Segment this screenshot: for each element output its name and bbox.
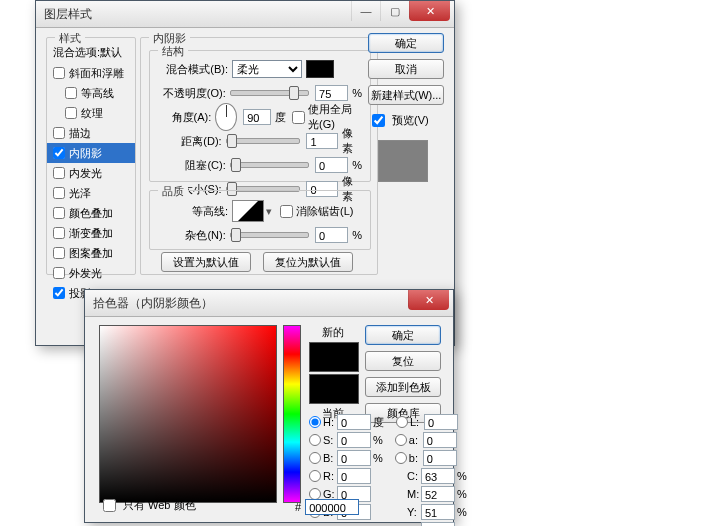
preview-checkbox[interactable] — [372, 114, 385, 127]
y-input[interactable]: 51 — [421, 504, 455, 520]
inner-shadow-group: 内阴影 结构 混合模式(B): 柔光 不透明度(O): 75 % — [140, 37, 378, 275]
style-checkbox[interactable] — [53, 167, 65, 179]
global-light-checkbox[interactable] — [292, 111, 305, 124]
antialias-checkbox[interactable] — [280, 205, 293, 218]
a-input[interactable]: 0 — [423, 432, 457, 448]
distance-value[interactable]: 1 — [306, 133, 338, 149]
style-checkbox[interactable] — [53, 147, 65, 159]
distance-label: 距离(D): — [158, 134, 226, 149]
shadow-color-swatch[interactable] — [306, 60, 334, 78]
distance-slider[interactable] — [226, 138, 301, 144]
quality-label: 品质 — [158, 184, 188, 199]
quality-group: 品质 等高线: ▾ 消除锯齿(L) 杂色(N): 0 % — [149, 190, 371, 250]
web-only-label: 只有 Web 颜色 — [123, 498, 196, 513]
new-color-swatch — [309, 342, 359, 372]
style-item-10[interactable]: 外发光 — [47, 263, 135, 283]
hue-input[interactable]: 0 — [337, 414, 371, 430]
style-checkbox[interactable] — [53, 187, 65, 199]
ok-button[interactable]: 确定 — [368, 33, 444, 53]
close-button[interactable]: ✕ — [408, 290, 449, 310]
style-item-9[interactable]: 图案叠加 — [47, 243, 135, 263]
style-label: 图案叠加 — [69, 246, 113, 261]
ok-button[interactable]: 确定 — [365, 325, 441, 345]
close-button[interactable]: ✕ — [409, 1, 450, 21]
b2-radio[interactable] — [395, 452, 407, 464]
r-radio[interactable] — [309, 470, 321, 482]
style-label: 纹理 — [81, 106, 103, 121]
window-title: 拾色器（内阴影颜色） — [93, 295, 213, 312]
style-item-6[interactable]: 光泽 — [47, 183, 135, 203]
minimize-button[interactable]: — — [351, 1, 380, 21]
style-item-1[interactable]: 等高线 — [47, 83, 135, 103]
reset-button[interactable]: 复位 — [365, 351, 441, 371]
new-style-button[interactable]: 新建样式(W)... — [368, 85, 444, 105]
style-checkbox[interactable] — [65, 107, 77, 119]
c-input[interactable]: 63 — [421, 468, 455, 484]
style-item-0[interactable]: 斜面和浮雕 — [47, 63, 135, 83]
hue-radio[interactable] — [309, 416, 321, 428]
angle-label: 角度(A): — [158, 110, 215, 125]
noise-slider[interactable] — [230, 232, 309, 238]
contour-swatch[interactable] — [232, 200, 264, 222]
cancel-button[interactable]: 取消 — [368, 59, 444, 79]
b2-input[interactable]: 0 — [423, 450, 457, 466]
structure-group: 结构 混合模式(B): 柔光 不透明度(O): 75 % 角度(A): — [149, 50, 371, 182]
web-only-checkbox[interactable] — [103, 499, 116, 512]
a-radio[interactable] — [395, 434, 407, 446]
angle-dial[interactable] — [215, 103, 237, 131]
choke-value[interactable]: 0 — [315, 157, 348, 173]
titlebar[interactable]: 拾色器（内阴影颜色） ✕ — [85, 290, 453, 317]
style-item-3[interactable]: 描边 — [47, 123, 135, 143]
noise-value[interactable]: 0 — [315, 227, 348, 243]
m-input[interactable]: 52 — [421, 486, 455, 502]
opacity-value[interactable]: 75 — [315, 85, 348, 101]
styles-header: 样式 — [55, 31, 85, 46]
window-title: 图层样式 — [44, 6, 92, 23]
style-label: 斜面和浮雕 — [69, 66, 124, 81]
style-item-2[interactable]: 纹理 — [47, 103, 135, 123]
blend-mode-select[interactable]: 柔光 — [232, 60, 302, 78]
l-input[interactable]: 0 — [424, 414, 458, 430]
bri-input[interactable]: 0 — [337, 450, 371, 466]
color-field[interactable] — [99, 325, 277, 503]
chevron-down-icon[interactable]: ▾ — [266, 205, 272, 218]
style-item-5[interactable]: 内发光 — [47, 163, 135, 183]
style-checkbox[interactable] — [53, 207, 65, 219]
effect-preview — [378, 140, 428, 182]
style-checkbox[interactable] — [53, 67, 65, 79]
sat-radio[interactable] — [309, 434, 321, 446]
titlebar[interactable]: 图层样式 — ▢ ✕ — [36, 1, 454, 28]
choke-slider[interactable] — [230, 162, 309, 168]
make-default-button[interactable]: 设置为默认值 — [161, 252, 251, 272]
style-checkbox[interactable] — [53, 267, 65, 279]
k-input[interactable]: 100 — [421, 522, 455, 526]
l-radio[interactable] — [396, 416, 408, 428]
style-checkbox[interactable] — [53, 247, 65, 259]
choke-label: 阻塞(C): — [158, 158, 230, 173]
sat-input[interactable]: 0 — [337, 432, 371, 448]
hex-input[interactable]: 000000 — [305, 499, 359, 515]
reset-default-button[interactable]: 复位为默认值 — [263, 252, 353, 272]
r-input[interactable]: 0 — [337, 468, 371, 484]
add-swatch-button[interactable]: 添加到色板 — [365, 377, 441, 397]
style-checkbox[interactable] — [65, 87, 77, 99]
style-item-8[interactable]: 渐变叠加 — [47, 223, 135, 243]
hue-slider[interactable] — [283, 325, 301, 503]
maximize-button[interactable]: ▢ — [380, 1, 409, 21]
styles-group: 样式 混合选项:默认 斜面和浮雕等高线纹理描边内阴影内发光光泽颜色叠加渐变叠加图… — [46, 37, 136, 275]
opacity-label: 不透明度(O): — [158, 86, 230, 101]
style-checkbox[interactable] — [53, 227, 65, 239]
angle-value[interactable]: 90 — [243, 109, 271, 125]
style-item-4[interactable]: 内阴影 — [47, 143, 135, 163]
color-picker-window: 拾色器（内阴影颜色） ✕ 新的 当前 确定 复位 添加到色板 颜色库 H:0度 … — [84, 289, 454, 523]
opacity-slider[interactable] — [230, 90, 309, 96]
style-checkbox[interactable] — [53, 127, 65, 139]
style-item-7[interactable]: 颜色叠加 — [47, 203, 135, 223]
noise-label: 杂色(N): — [158, 228, 230, 243]
bri-radio[interactable] — [309, 452, 321, 464]
contour-label: 等高线: — [158, 204, 232, 219]
style-checkbox[interactable] — [53, 287, 65, 299]
new-color-label: 新的 — [309, 325, 357, 340]
structure-label: 结构 — [158, 44, 188, 59]
style-label: 外发光 — [69, 266, 102, 281]
